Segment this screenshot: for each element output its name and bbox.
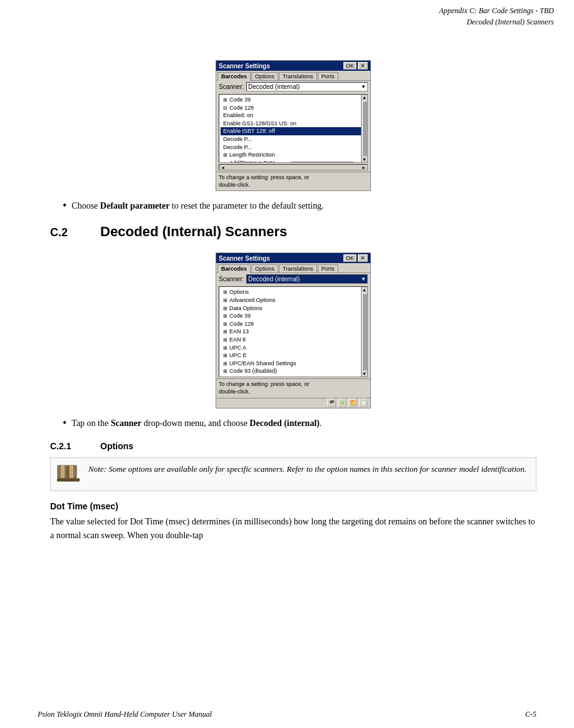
taskbar-flag-icon: 🏴	[327, 398, 336, 407]
screenshot1-wrapper: Scanner Settings OK ✕ Barcodes Options T…	[50, 60, 536, 191]
note-text: Note: Some options are available only fo…	[88, 463, 526, 476]
list-item[interactable]: ⊟Code 128	[221, 104, 366, 112]
scanner-window-2: Scanner Settings OK ✕ Barcodes Options T…	[216, 252, 371, 408]
list-item[interactable]: Enabled: on	[221, 112, 366, 120]
scroll-down-arrow-2[interactable]: ▼	[362, 371, 367, 377]
taskbar: 🏴 🔋 📶 🕐	[216, 398, 370, 408]
dot-time-text: The value selected for Dot Time (msec) d…	[50, 515, 536, 543]
note-box: Note: Some options are available only fo…	[50, 457, 536, 491]
scanner-list-2: ⊞Options ⊞Advanced Options ⊞Data Options…	[219, 287, 367, 377]
scroll-down-arrow[interactable]: ▼	[362, 157, 367, 162]
list-item[interactable]: ⊞UPC A	[221, 344, 366, 352]
expand-icon: ⊞	[223, 305, 229, 312]
scanner-select-2[interactable]: Decoded (internal) ▼	[246, 274, 368, 284]
expand-icon: ⊞	[223, 321, 229, 328]
dropdown-arrow-2: ▼	[361, 276, 366, 282]
titlebar-1: Scanner Settings OK ✕	[216, 61, 370, 71]
list-wrapper-1: ⊞Code 39 ⊟Code 128 Enabled: on Enable GS…	[219, 94, 368, 163]
tab-barcodes-1[interactable]: Barcodes	[217, 72, 251, 81]
list-item[interactable]: Decode P...	[221, 143, 366, 152]
list-item[interactable]: ⊞Code 39	[221, 96, 366, 104]
close-button-1[interactable]: ✕	[358, 62, 368, 70]
tabs-1: Barcodes Options Translations Ports	[216, 71, 370, 81]
bullet-1: • Choose Default parameter to reset the …	[63, 201, 536, 211]
scrollbar-vertical-1[interactable]: ▲ ▼	[361, 95, 367, 162]
list-item[interactable]: Decode P... Default parameter Default al…	[221, 135, 366, 143]
tab-ports-1[interactable]: Ports	[318, 72, 338, 80]
scroll-right-arrow[interactable]: ►	[360, 165, 367, 170]
scanner-label-1: Scanner:	[219, 83, 244, 90]
footer-text-2b: double-click.	[219, 388, 368, 396]
list-item[interactable]: Add/Remove Data	[221, 159, 366, 163]
scanner-value-1: Decoded (internal)	[248, 83, 300, 90]
expand-icon: ⊟	[223, 105, 229, 112]
scanner-footer-2: To change a setting: press space, or dou…	[216, 378, 370, 397]
list-item[interactable]: ⊞EAN 8	[221, 336, 366, 344]
list-item[interactable]: ⊞EAN 13	[221, 328, 366, 336]
bold-scanner: Scanner	[111, 419, 142, 428]
tab-options-1[interactable]: Options	[251, 72, 278, 80]
scanner-window-1: Scanner Settings OK ✕ Barcodes Options T…	[216, 60, 371, 191]
scanner-select-1[interactable]: Decoded (internal) ▼	[246, 82, 368, 91]
bold-text-1: Default parameter	[100, 201, 170, 211]
close-button-2[interactable]: ✕	[358, 254, 368, 262]
expand-icon: ⊞	[223, 328, 229, 335]
list-item[interactable]: Enable GS1-128/GS1 US: on	[221, 120, 366, 128]
scroll-thumb[interactable]	[362, 101, 367, 156]
expand-icon: ⊞	[223, 345, 229, 351]
scrollbar-horizontal-1[interactable]: ◄ ►	[219, 164, 368, 170]
footer-manual: Psion Teklogix Omnii Hand-Held Computer …	[38, 710, 212, 719]
scrollbar-vertical-2[interactable]: ▲ ▼	[361, 287, 367, 377]
tab-ports-2[interactable]: Ports	[318, 264, 338, 273]
section-c2-title: Decoded (Internal) Scanners	[100, 224, 287, 240]
tab-translations-2[interactable]: Translations	[279, 264, 317, 273]
footer-text-2: To change a setting: press space, or	[219, 381, 368, 388]
list-item[interactable]: ⊞Advanced Options	[221, 296, 366, 304]
ok-button-1[interactable]: OK	[343, 62, 357, 70]
scanner-label-2: Scanner:	[219, 276, 244, 283]
scanner-row-1: Scanner: Decoded (internal) ▼	[216, 81, 370, 93]
bullet-2: • Tap on the Scanner drop-down menu, and…	[63, 419, 536, 429]
bullet-2-text: Tap on the Scanner drop-down menu, and c…	[71, 419, 321, 429]
footer-page: C-5	[525, 710, 536, 719]
taskbar-clock-icon: 🕐	[359, 398, 368, 407]
list-item-highlighted[interactable]: Enable ISBT 128: off	[221, 127, 366, 135]
list-item[interactable]: ⊞UPC/EAN Shared Settings	[221, 360, 366, 368]
expand-icon: ⊞	[223, 96, 229, 103]
tab-translations-1[interactable]: Translations	[279, 72, 317, 80]
list-item[interactable]: ⊞Code 39	[221, 312, 366, 320]
page-footer: Psion Teklogix Omnii Hand-Held Computer …	[0, 710, 574, 719]
list-item[interactable]: ⊞Code 128	[221, 320, 366, 328]
titlebar-2: Scanner Settings OK ✕	[216, 253, 370, 263]
note-icon	[56, 463, 81, 486]
tab-barcodes-2[interactable]: Barcodes	[217, 264, 251, 273]
tab-options-2[interactable]: Options	[251, 264, 278, 273]
scroll-up-arrow-2[interactable]: ▲	[362, 287, 367, 293]
scroll-thumb-2[interactable]	[362, 293, 367, 370]
expand-icon: ⊞	[223, 297, 229, 304]
titlebar-buttons-2: OK ✕	[343, 254, 368, 262]
scroll-left-arrow[interactable]: ◄	[219, 165, 226, 170]
svg-rect-3	[70, 465, 73, 478]
dot-time-heading: Dot Time (msec)	[50, 501, 536, 511]
bullet-dot-1: •	[63, 200, 66, 211]
bullet-dot-2: •	[63, 417, 66, 429]
list-item[interactable]: ⊞Length Restriction	[221, 151, 366, 159]
footer-text-1: To change a setting: press space, or	[219, 174, 368, 182]
scanner-footer-1: To change a setting: press space, or dou…	[216, 172, 370, 190]
list-wrapper-2: ⊞Options ⊞Advanced Options ⊞Data Options…	[219, 286, 368, 377]
scroll-up-arrow[interactable]: ▲	[362, 95, 367, 100]
list-item[interactable]: ⊞UPC E	[221, 351, 366, 360]
section-c21-heading: C.2.1 Options	[50, 441, 536, 451]
footer-text-1b: double-click.	[219, 182, 368, 189]
list-item[interactable]: ⊞Code 93 (disabled)	[221, 367, 366, 375]
scanner-row-2: Scanner: Decoded (internal) ▼	[216, 273, 370, 285]
tabs-2: Barcodes Options Translations Ports	[216, 263, 370, 273]
header-line1: Appendix C: Bar Code Settings - TBD	[439, 5, 554, 16]
expand-icon: ⊞	[223, 313, 229, 320]
ok-button-2[interactable]: OK	[343, 254, 357, 262]
section-c21-title: Options	[100, 441, 133, 451]
list-item[interactable]: ⊞Options	[221, 288, 366, 296]
svg-rect-2	[61, 465, 65, 478]
list-item[interactable]: ⊞Data Options	[221, 304, 366, 313]
